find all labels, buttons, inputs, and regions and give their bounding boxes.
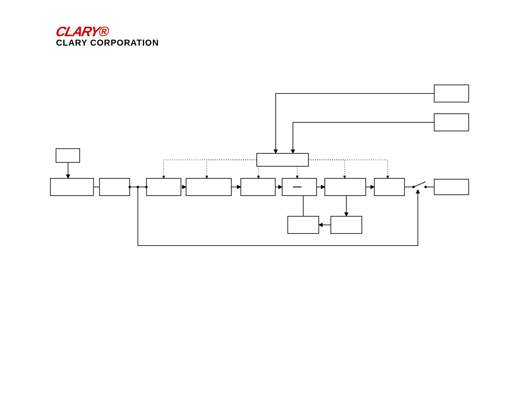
block-ac-output: [434, 179, 469, 195]
block-display: [434, 85, 469, 102]
block-comm: [434, 114, 469, 131]
block-ac-input-small: [56, 149, 80, 162]
bypass-tap-icon: [137, 186, 139, 188]
block-charger: [331, 216, 362, 234]
block-output-filter: [325, 178, 366, 196]
ctrl-to-of: [308, 160, 345, 178]
block-rectifier: [146, 178, 181, 196]
panel-feeds: [276, 93, 434, 153]
block-diagram: [0, 0, 532, 411]
block-controller: [257, 153, 308, 166]
ctrl-to-xfmr: [308, 160, 388, 178]
conn-display-to-ctrl: [276, 93, 434, 153]
ctrl-to-pfc: [207, 160, 257, 178]
block-ac-input: [50, 178, 93, 196]
switch-node-right-icon: [425, 186, 426, 188]
block-dc-bus: [241, 178, 275, 196]
ctrl-to-rect: [164, 160, 257, 178]
block-pfc: [186, 178, 231, 196]
block-emi-filter: [100, 178, 130, 196]
conn-comm-to-ctrl: [293, 122, 434, 153]
switch-node-left-icon: [413, 186, 414, 188]
page: CLARY® CLARY CORPORATION: [0, 0, 532, 411]
switch-contact-icon: [414, 182, 426, 187]
diagram-blocks: [50, 85, 469, 234]
block-output-xfmr: [374, 178, 404, 196]
block-battery: [288, 216, 319, 234]
